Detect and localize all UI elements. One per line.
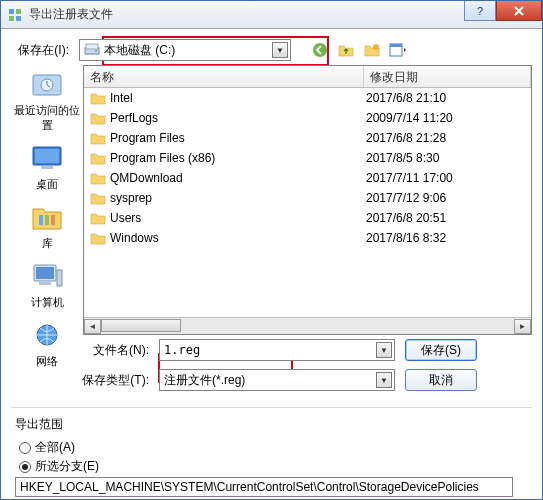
svg-rect-20 xyxy=(36,267,54,279)
place-recent[interactable]: 最近访问的位置 xyxy=(11,69,83,133)
scroll-track[interactable] xyxy=(101,319,514,334)
radio-branch[interactable] xyxy=(19,461,31,473)
drive-icon xyxy=(84,42,100,59)
svg-rect-17 xyxy=(45,215,49,225)
file-row[interactable]: sysprep2017/7/12 9:06 xyxy=(84,188,531,208)
file-name: QMDownload xyxy=(110,171,366,185)
folder-icon xyxy=(90,231,106,245)
file-name: Program Files xyxy=(110,131,366,145)
folder-icon xyxy=(90,151,106,165)
window-title: 导出注册表文件 xyxy=(29,6,113,23)
filename-value: 1.reg xyxy=(164,343,390,357)
scroll-thumb[interactable] xyxy=(101,319,181,332)
export-scope: 导出范围 全部(A) 所选分支(E) HKEY_LOCAL_MACHINE\SY… xyxy=(1,412,542,500)
separator xyxy=(11,407,532,408)
file-name: Users xyxy=(110,211,366,225)
back-icon[interactable] xyxy=(311,41,329,59)
svg-rect-14 xyxy=(35,149,59,163)
place-library[interactable]: 库 xyxy=(11,202,83,251)
file-name: Program Files (x86) xyxy=(110,151,366,165)
svg-rect-5 xyxy=(86,44,98,49)
col-date[interactable]: 修改日期 xyxy=(364,66,531,87)
up-icon[interactable] xyxy=(337,41,355,59)
filetype-label: 保存类型(T): xyxy=(81,372,159,389)
filename-input[interactable]: 1.reg ▼ xyxy=(159,339,395,361)
filename-label: 文件名(N): xyxy=(81,342,159,359)
file-date: 2017/6/8 21:28 xyxy=(366,131,531,145)
file-date: 2017/7/11 17:00 xyxy=(366,171,531,185)
title-bar: 导出注册表文件 ? xyxy=(1,1,542,29)
scroll-left-arrow[interactable]: ◄ xyxy=(84,319,101,334)
save-button[interactable]: 保存(S) xyxy=(405,339,477,361)
radio-all-row[interactable]: 全部(A) xyxy=(19,439,528,456)
recent-icon xyxy=(29,69,65,101)
scroll-right-arrow[interactable]: ► xyxy=(514,319,531,334)
svg-rect-15 xyxy=(41,166,53,169)
file-row[interactable]: Program Files2017/6/8 21:28 xyxy=(84,128,531,148)
horizontal-scrollbar[interactable]: ◄ ► xyxy=(84,317,531,334)
file-list-area: 名称 修改日期 Intel2017/6/8 21:10PerfLogs2009/… xyxy=(83,65,532,335)
svg-rect-3 xyxy=(16,16,21,21)
place-computer-label: 计算机 xyxy=(31,295,64,310)
radio-branch-row[interactable]: 所选分支(E) xyxy=(19,458,528,475)
file-row[interactable]: Users2017/6/8 20:51 xyxy=(84,208,531,228)
chevron-down-icon[interactable]: ▼ xyxy=(272,42,288,58)
file-name: Intel xyxy=(110,91,366,105)
svg-rect-10 xyxy=(390,44,402,47)
svg-rect-22 xyxy=(39,282,51,285)
file-row[interactable]: PerfLogs2009/7/14 11:20 xyxy=(84,108,531,128)
place-desktop[interactable]: 桌面 xyxy=(11,143,83,192)
regedit-icon xyxy=(7,7,23,23)
chevron-down-icon[interactable]: ▼ xyxy=(376,342,392,358)
views-icon[interactable] xyxy=(389,41,407,59)
file-date: 2017/8/5 8:30 xyxy=(366,151,531,165)
location-value: 本地磁盘 (C:) xyxy=(104,42,286,59)
radio-all-label: 全部(A) xyxy=(35,439,75,456)
library-icon xyxy=(29,202,65,234)
folder-icon xyxy=(90,191,106,205)
folder-icon xyxy=(90,171,106,185)
file-date: 2017/8/16 8:32 xyxy=(366,231,531,245)
cancel-button[interactable]: 取消 xyxy=(405,369,477,391)
folder-icon xyxy=(90,111,106,125)
file-list[interactable]: Intel2017/6/8 21:10PerfLogs2009/7/14 11:… xyxy=(84,88,531,317)
radio-all[interactable] xyxy=(19,442,31,454)
place-desktop-label: 桌面 xyxy=(36,177,58,192)
folder-icon xyxy=(90,211,106,225)
col-name[interactable]: 名称 xyxy=(84,66,364,87)
file-row[interactable]: Program Files (x86)2017/8/5 8:30 xyxy=(84,148,531,168)
scope-header: 导出范围 xyxy=(15,416,528,433)
filetype-value: 注册文件(*.reg) xyxy=(164,372,390,389)
computer-icon xyxy=(29,261,65,293)
place-library-label: 库 xyxy=(42,236,53,251)
file-name: PerfLogs xyxy=(110,111,366,125)
svg-point-8 xyxy=(373,44,379,50)
close-button[interactable] xyxy=(496,1,542,21)
file-date: 2017/7/12 9:06 xyxy=(366,191,531,205)
file-row[interactable]: QMDownload2017/7/11 17:00 xyxy=(84,168,531,188)
svg-point-7 xyxy=(313,43,327,57)
file-row[interactable]: Intel2017/6/8 21:10 xyxy=(84,88,531,108)
radio-branch-label: 所选分支(E) xyxy=(35,458,99,475)
folder-icon xyxy=(90,91,106,105)
file-name: sysprep xyxy=(110,191,366,205)
location-dropdown[interactable]: 本地磁盘 (C:) ▼ xyxy=(79,39,291,61)
desktop-icon xyxy=(29,143,65,175)
new-folder-icon[interactable] xyxy=(363,41,381,59)
help-button[interactable]: ? xyxy=(464,1,496,21)
chevron-down-icon[interactable]: ▼ xyxy=(376,372,392,388)
places-bar: 最近访问的位置 桌面 库 计算机 网络 xyxy=(11,65,83,335)
branch-path-input[interactable]: HKEY_LOCAL_MACHINE\SYSTEM\CurrentControl… xyxy=(15,477,513,497)
file-row[interactable]: Windows2017/8/16 8:32 xyxy=(84,228,531,248)
svg-rect-1 xyxy=(16,9,21,14)
svg-rect-16 xyxy=(39,215,43,225)
column-headers: 名称 修改日期 xyxy=(84,66,531,88)
place-computer[interactable]: 计算机 xyxy=(11,261,83,310)
svg-rect-18 xyxy=(51,215,55,225)
svg-rect-21 xyxy=(57,270,62,286)
filetype-dropdown[interactable]: 注册文件(*.reg) ▼ xyxy=(159,369,395,391)
toolbar-icons xyxy=(311,41,407,59)
save-in-row: 保存在(I): 本地磁盘 (C:) ▼ xyxy=(11,35,532,65)
svg-rect-2 xyxy=(9,16,14,21)
svg-rect-0 xyxy=(9,9,14,14)
